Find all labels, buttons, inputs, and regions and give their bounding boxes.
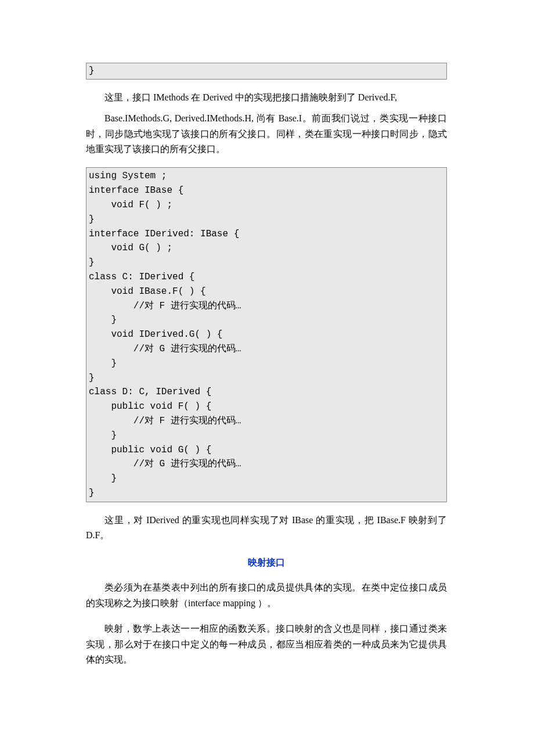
document-page: } 这里，接口 IMethods 在 Derived 中的实现把接口措施映射到了…	[0, 0, 534, 756]
heading-mapping-interface: 映射接口	[86, 556, 447, 570]
code-block-2: using System ; interface IBase { void F(…	[86, 167, 447, 502]
paragraph-1: 这里，接口 IMethods 在 Derived 中的实现把接口措施映射到了 D…	[86, 90, 447, 105]
paragraph-5: 映射，数学上表达一一相应的函数关系。接口映射的含义也是同样，接口通过类来实现，那…	[86, 621, 447, 667]
paragraph-4: 类必须为在基类表中列出的所有接口的成员提供具体的实现。在类中定位接口成员的实现称…	[86, 580, 447, 611]
code-block-1: }	[86, 63, 447, 80]
paragraph-3: 这里，对 IDerived 的重实现也同样实现了对 IBase 的重实现，把 I…	[86, 513, 447, 543]
paragraph-2: Base.IMethods.G, Derived.IMethods.H, 尚有 …	[86, 111, 447, 157]
